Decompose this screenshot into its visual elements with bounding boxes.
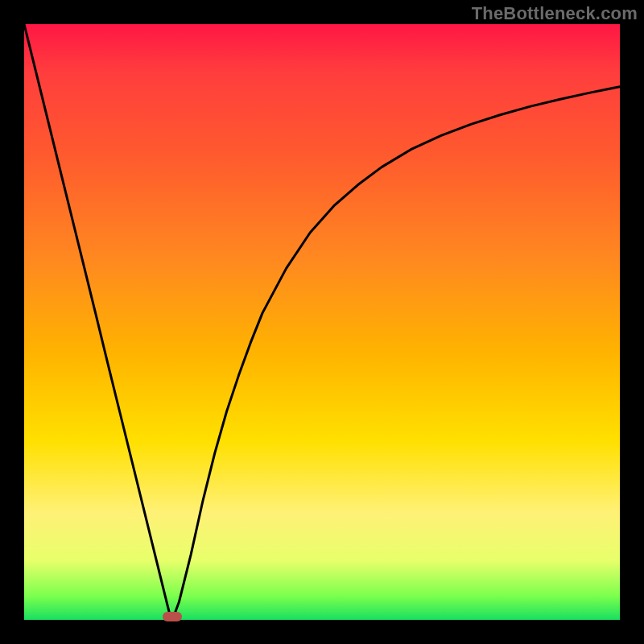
watermark-text: TheBottleneck.com	[472, 3, 638, 24]
chart-stage: TheBottleneck.com	[0, 0, 644, 644]
plot-area	[24, 24, 620, 620]
bottleneck-curve	[24, 24, 620, 620]
minimum-marker	[163, 612, 182, 621]
